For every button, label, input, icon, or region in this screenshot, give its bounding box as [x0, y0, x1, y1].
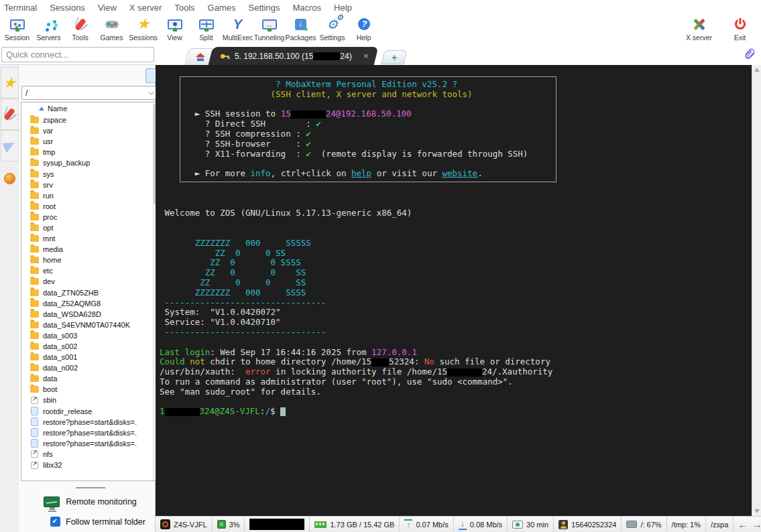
- tab-label-prefix: 5. 192.168.50.100 (15: [235, 52, 313, 61]
- file-row-data-z52aqmg8[interactable]: data_Z52AQMG8: [30, 298, 159, 309]
- terminal-scrollbar[interactable]: [752, 65, 761, 516]
- file-row-sysup-backup[interactable]: sysup_backup: [30, 157, 159, 168]
- tab-close-icon[interactable]: ×: [363, 51, 369, 61]
- nav-left-arrow[interactable]: ←: [738, 519, 748, 529]
- toolbar-button-sessions[interactable]: Sessions: [127, 15, 159, 42]
- path-input[interactable]: [21, 86, 159, 100]
- terminal[interactable]: ? MobaXterm Personal Edition v25.2 ? (SS…: [156, 65, 752, 516]
- file-row-restore-phase-start-disks[interactable]: restore?phase=start&disks=.: [30, 417, 159, 427]
- remote-monitoring-button[interactable]: Remote monitoring: [21, 494, 160, 510]
- menu-item-games[interactable]: Games: [208, 3, 236, 13]
- new-file-icon[interactable]: [99, 68, 113, 83]
- sidebar-strip-knife-icon[interactable]: [1, 98, 19, 130]
- encoding-icon[interactable]: [130, 68, 144, 83]
- menu-item-x-server[interactable]: X server: [129, 3, 162, 13]
- key-icon: [220, 52, 230, 61]
- globe-icon: [0, 170, 19, 187]
- file-row-data-s001[interactable]: data_s001: [30, 352, 159, 362]
- terminal-line: ? MobaXterm Personal Edition v25.2 ?: [160, 80, 752, 90]
- file-row-boot[interactable]: boot: [30, 384, 159, 395]
- file-row-media[interactable]: media: [30, 244, 159, 255]
- toolbar-label-session: Session: [5, 34, 30, 42]
- folder-icon: [30, 192, 40, 199]
- file-row-data-ztn05zhb[interactable]: data_ZTN05ZHB: [30, 287, 159, 298]
- file-row-run[interactable]: run: [30, 190, 159, 201]
- scroll-down-icon[interactable]: [754, 509, 760, 513]
- file-row-restore-phase-start-disks[interactable]: restore?phase=start&disks=.: [30, 438, 159, 449]
- toolbar-label-view: View: [167, 34, 182, 42]
- file-row-opt[interactable]: opt: [30, 222, 159, 233]
- servers-icon: [40, 15, 58, 33]
- toolbar-button-x-server[interactable]: X server: [683, 15, 715, 42]
- status-label: /tmp: 1%: [672, 521, 701, 529]
- refresh-icon[interactable]: [68, 68, 82, 83]
- toolbar-button-help[interactable]: Help: [348, 15, 379, 42]
- toolbar-button-servers[interactable]: Servers: [33, 15, 64, 42]
- delete-icon[interactable]: [115, 68, 129, 83]
- upload-icon[interactable]: [53, 68, 67, 83]
- ram-icon: [314, 521, 327, 528]
- file-row-dev[interactable]: dev: [30, 276, 159, 287]
- file-row-etc[interactable]: etc: [30, 265, 159, 276]
- toolbar-button-tunneling[interactable]: Tunneling: [253, 15, 285, 42]
- chevron-down-icon[interactable]: [149, 89, 154, 94]
- file-row-root[interactable]: root: [30, 201, 159, 212]
- file-label: data_n002: [43, 364, 78, 372]
- tunneling-icon: [260, 15, 279, 33]
- sidebar-strip-paper-plane-icon[interactable]: [1, 130, 19, 161]
- toolbar-button-session[interactable]: Session: [1, 15, 33, 42]
- nav-right-arrow[interactable]: →: [752, 519, 761, 529]
- file-row-rootdir-release[interactable]: rootdir_release: [30, 406, 159, 417]
- file-row-var[interactable]: var: [30, 125, 159, 136]
- menu-item-terminal[interactable]: Terminal: [4, 3, 37, 13]
- split-icon: [197, 15, 216, 33]
- quick-connect-input[interactable]: [1, 47, 154, 62]
- file-row-libx32[interactable]: libx32: [30, 460, 159, 470]
- menu-item-settings[interactable]: Settings: [249, 3, 280, 13]
- toolbar-button-split[interactable]: Split: [190, 15, 222, 42]
- uptime-icon: [512, 521, 523, 529]
- new-tab-button[interactable]: +: [382, 50, 408, 64]
- toolbar-button-settings[interactable]: Settings: [316, 15, 348, 42]
- file-row-restore-phase-start-disks[interactable]: restore?phase=start&disks=.: [30, 427, 159, 438]
- toolbar-button-games[interactable]: Games: [96, 15, 127, 42]
- active-session-tab[interactable]: 5. 192.168.50.100 (15 24) ×: [209, 47, 379, 65]
- file-row-tmp[interactable]: tmp: [30, 147, 159, 157]
- file-row-sbin[interactable]: sbin: [30, 395, 159, 405]
- sidebar-strip-globe-icon[interactable]: [0, 170, 19, 187]
- menu-item-sessions[interactable]: Sessions: [50, 3, 85, 13]
- file-row-data-s4evnm0ta07440k[interactable]: data_S4EVNM0TA07440K: [30, 320, 159, 330]
- file-row-sys[interactable]: sys: [30, 168, 159, 179]
- paperclip-icon[interactable]: [744, 47, 756, 63]
- file-row-usr[interactable]: usr: [30, 136, 159, 147]
- file-row-zspace[interactable]: zspace: [30, 115, 159, 125]
- file-row-data[interactable]: data: [30, 373, 159, 384]
- toolbar-button-tools[interactable]: Tools: [64, 15, 96, 42]
- file-list-header[interactable]: Name: [21, 103, 159, 115]
- sidebar-strip-star-icon[interactable]: [1, 67, 19, 98]
- download-icon[interactable]: [38, 68, 52, 83]
- file-row-data-s003[interactable]: data_s003: [30, 330, 159, 341]
- scroll-up-icon[interactable]: [754, 68, 760, 72]
- menu-item-help[interactable]: Help: [334, 3, 352, 13]
- menu-item-tools[interactable]: Tools: [174, 3, 194, 13]
- file-row-mnt[interactable]: mnt: [30, 233, 159, 244]
- menu-item-view[interactable]: View: [98, 3, 117, 13]
- toolbar-button-exit[interactable]: Exit: [724, 15, 756, 42]
- file-row-data-n002[interactable]: data_n002: [30, 362, 159, 373]
- toolbar-button-packages[interactable]: Packages: [285, 15, 316, 42]
- file-row-nfs[interactable]: nfs: [30, 449, 159, 460]
- follow-terminal-folder-checkbox[interactable]: [50, 517, 60, 527]
- folder-icon: [30, 311, 40, 318]
- parent-folder-icon[interactable]: [22, 68, 36, 83]
- file-row-data-wsda628d[interactable]: data_WSDA628D: [30, 309, 159, 320]
- new-folder-icon[interactable]: [84, 68, 98, 83]
- file-row-srv[interactable]: srv: [30, 180, 159, 190]
- folder-icon: [30, 159, 40, 166]
- toolbar-button-multiexec[interactable]: MultiExec: [222, 15, 253, 42]
- file-row-proc[interactable]: proc: [30, 212, 159, 222]
- menu-item-macros[interactable]: Macros: [292, 3, 321, 13]
- toolbar-button-view[interactable]: View: [159, 15, 190, 42]
- file-row-home[interactable]: home: [30, 255, 159, 265]
- file-row-data-s002[interactable]: data_s002: [30, 341, 159, 352]
